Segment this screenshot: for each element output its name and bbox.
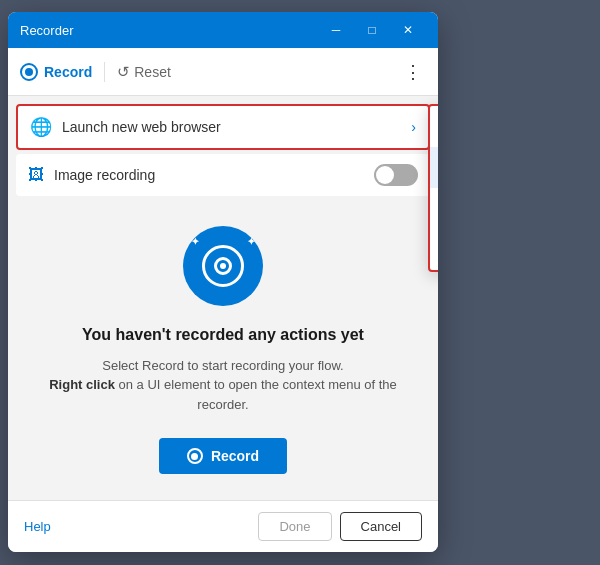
record-btn-dot-icon xyxy=(191,453,198,460)
illustration-ring xyxy=(202,245,244,287)
record-action-label: Record xyxy=(211,448,259,464)
toolbar-divider xyxy=(104,62,105,82)
no-actions-heading: You haven't recorded any actions yet xyxy=(82,326,364,344)
maximize-button[interactable]: □ xyxy=(354,12,390,48)
titlebar: Recorder ─ □ ✕ xyxy=(8,12,438,48)
cancel-button[interactable]: Cancel xyxy=(340,512,422,541)
illustration-area: ✦ ✦ You haven't recorded any actions yet… xyxy=(8,200,438,500)
globe-icon: 🌐 xyxy=(30,116,52,138)
image-recording-toggle[interactable] xyxy=(374,164,418,186)
record-circle-icon xyxy=(20,63,38,81)
illustration-center-dot xyxy=(220,263,226,269)
recorder-window: Recorder ─ □ ✕ Record ↺ Reset ⋮ 🌐 Launch… xyxy=(8,12,438,552)
reset-label: Reset xyxy=(134,64,171,80)
more-options-button[interactable]: ⋮ xyxy=(400,59,426,85)
reset-icon: ↺ xyxy=(117,63,130,81)
launch-browser-label: Launch new web browser xyxy=(62,119,411,135)
dropdown-item-ie[interactable]: 🌐 Internet Explorer xyxy=(430,229,438,270)
toggle-knob xyxy=(376,166,394,184)
illustration-center-ring xyxy=(214,257,232,275)
record-dot-icon xyxy=(25,68,33,76)
instruction-text: Select Record to start recording your fl… xyxy=(40,356,406,415)
record-toolbar-button[interactable]: Record xyxy=(20,63,92,81)
sparkle-icon-tr: ✦ xyxy=(247,236,255,247)
image-recording-row: 🖼 Image recording xyxy=(16,154,430,196)
browser-dropdown: 🌐 Microsoft Edge 🌐 Chrome 🌐 Firefox 🌐 In… xyxy=(428,104,438,272)
instruction-plain2: on a UI element to open the context menu… xyxy=(115,377,397,412)
close-button[interactable]: ✕ xyxy=(390,12,426,48)
window-title: Recorder xyxy=(20,23,318,38)
sparkle-icon-tl: ✦ xyxy=(191,236,199,247)
instruction-plain1: Select Record to start recording your fl… xyxy=(102,358,343,373)
help-button[interactable]: Help xyxy=(24,519,51,534)
reset-toolbar-button[interactable]: ↺ Reset xyxy=(117,63,171,81)
toolbar: Record ↺ Reset ⋮ xyxy=(8,48,438,96)
launch-browser-row[interactable]: 🌐 Launch new web browser › xyxy=(16,104,430,150)
content-area: 🌐 Launch new web browser › 🖼 Image recor… xyxy=(8,96,438,500)
image-recording-label: Image recording xyxy=(54,167,374,183)
image-icon: 🖼 xyxy=(28,166,44,184)
record-btn-circle-icon xyxy=(187,448,203,464)
dropdown-item-chrome[interactable]: 🌐 Chrome xyxy=(430,147,438,188)
dropdown-item-firefox[interactable]: 🌐 Firefox xyxy=(430,188,438,229)
recorder-illustration: ✦ ✦ xyxy=(183,226,263,306)
done-button: Done xyxy=(258,512,331,541)
record-toolbar-label: Record xyxy=(44,64,92,80)
window-controls: ─ □ ✕ xyxy=(318,12,426,48)
dropdown-item-edge[interactable]: 🌐 Microsoft Edge xyxy=(430,106,438,147)
minimize-button[interactable]: ─ xyxy=(318,12,354,48)
footer: Help Done Cancel xyxy=(8,500,438,552)
chevron-right-icon: › xyxy=(411,119,416,135)
right-click-bold: Right click xyxy=(49,377,115,392)
record-action-button[interactable]: Record xyxy=(159,438,287,474)
